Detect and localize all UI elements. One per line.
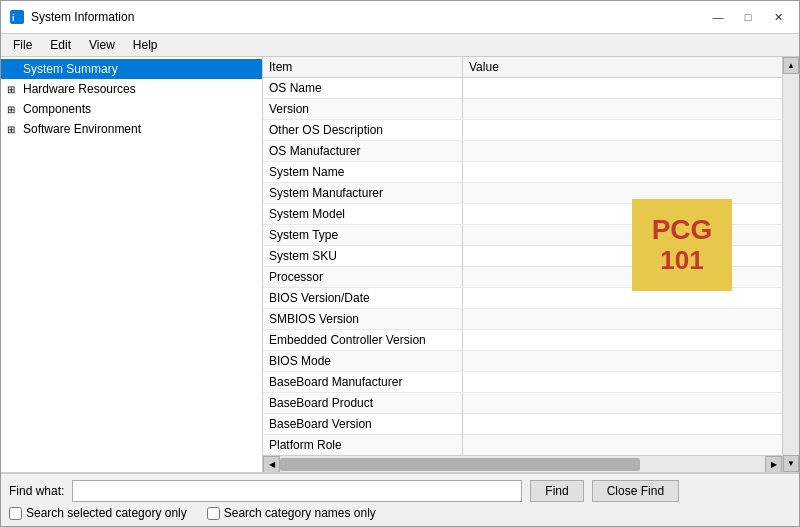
menu-edit[interactable]: Edit xyxy=(42,36,79,54)
row-value xyxy=(463,372,782,392)
row-item: Embedded Controller Version xyxy=(263,330,463,350)
row-value xyxy=(463,246,782,266)
h-scroll-left[interactable]: ◀ xyxy=(263,456,280,473)
row-item: OS Name xyxy=(263,78,463,98)
row-item: System Manufacturer xyxy=(263,183,463,203)
table-row: System Name xyxy=(263,162,782,183)
row-value xyxy=(463,183,782,203)
watermark-line2: 101 xyxy=(660,246,703,275)
table-row: SMBIOS Version xyxy=(263,309,782,330)
close-button[interactable]: ✕ xyxy=(765,7,791,27)
table-row: System Model PCG 101 xyxy=(263,204,782,225)
table-row: OS Name xyxy=(263,78,782,99)
row-value: PCG 101 xyxy=(463,204,782,224)
row-value xyxy=(463,330,782,350)
row-item: System Name xyxy=(263,162,463,182)
find-bar: Find what: Find Close Find Search select… xyxy=(1,472,799,526)
find-button[interactable]: Find xyxy=(530,480,583,502)
table-row: BIOS Version/Date xyxy=(263,288,782,309)
row-item: BIOS Mode xyxy=(263,351,463,371)
table-row: BaseBoard Product xyxy=(263,393,782,414)
row-item: SMBIOS Version xyxy=(263,309,463,329)
row-value xyxy=(463,414,782,434)
check-label-names: Search category names only xyxy=(224,506,376,520)
check-category-names: Search category names only xyxy=(207,506,376,520)
watermark: PCG 101 xyxy=(632,199,732,291)
v-scroll-down[interactable]: ▼ xyxy=(783,455,799,472)
main-window: i System Information — □ ✕ File Edit Vie… xyxy=(0,0,800,527)
row-value xyxy=(463,267,782,287)
h-scroll-right[interactable]: ▶ xyxy=(765,456,782,473)
content-area: Item Value OS Name Version xyxy=(263,57,782,472)
row-value xyxy=(463,78,782,98)
row-value xyxy=(463,435,782,455)
sidebar-item-software-environment[interactable]: ⊞ Software Environment xyxy=(1,119,262,139)
row-value xyxy=(463,141,782,161)
sidebar-label-hardware: Hardware Resources xyxy=(23,82,136,96)
row-item: Processor xyxy=(263,267,463,287)
menu-view[interactable]: View xyxy=(81,36,123,54)
row-item: Version xyxy=(263,99,463,119)
table-row: BaseBoard Manufacturer xyxy=(263,372,782,393)
sidebar-item-components[interactable]: ⊞ Components xyxy=(1,99,262,119)
rows-container: OS Name Version Other OS Description xyxy=(263,78,782,455)
header-item: Item xyxy=(263,57,463,77)
minimize-button[interactable]: — xyxy=(705,7,731,27)
checkbox-category-names[interactable] xyxy=(207,507,220,520)
title-bar-left: i System Information xyxy=(9,9,134,25)
title-controls: — □ ✕ xyxy=(705,7,791,27)
menu-help[interactable]: Help xyxy=(125,36,166,54)
expand-icon-software: ⊞ xyxy=(7,124,19,135)
maximize-button[interactable]: □ xyxy=(735,7,761,27)
row-item: BaseBoard Version xyxy=(263,414,463,434)
table-row: BIOS Mode xyxy=(263,351,782,372)
h-scroll-thumb xyxy=(280,458,640,471)
title-bar: i System Information — □ ✕ xyxy=(1,1,799,34)
check-row: Search selected category only Search cat… xyxy=(9,506,791,520)
row-value xyxy=(463,225,782,245)
sidebar-item-system-summary[interactable]: System Summary xyxy=(1,59,262,79)
row-item: Platform Role xyxy=(263,435,463,455)
table-row: Platform Role xyxy=(263,435,782,455)
table-row: Other OS Description xyxy=(263,120,782,141)
watermark-line1: PCG xyxy=(652,215,713,246)
v-scroll-up[interactable]: ▲ xyxy=(783,57,799,74)
close-find-button[interactable]: Close Find xyxy=(592,480,679,502)
window-title: System Information xyxy=(31,10,134,24)
find-label: Find what: xyxy=(9,484,64,498)
row-value xyxy=(463,99,782,119)
table-row: Embedded Controller Version xyxy=(263,330,782,351)
row-value xyxy=(463,120,782,140)
v-scroll-track[interactable] xyxy=(783,74,799,455)
sidebar-item-hardware-resources[interactable]: ⊞ Hardware Resources xyxy=(1,79,262,99)
row-item: BaseBoard Manufacturer xyxy=(263,372,463,392)
header-value: Value xyxy=(463,57,782,77)
row-value xyxy=(463,351,782,371)
row-item: System Type xyxy=(263,225,463,245)
checkbox-selected-category[interactable] xyxy=(9,507,22,520)
sidebar-label-system-summary: System Summary xyxy=(23,62,118,76)
horizontal-scrollbar[interactable]: ◀ ▶ xyxy=(263,455,782,472)
row-item: BaseBoard Product xyxy=(263,393,463,413)
menu-bar: File Edit View Help xyxy=(1,34,799,57)
h-scroll-track[interactable] xyxy=(280,456,765,472)
row-item: OS Manufacturer xyxy=(263,141,463,161)
find-input[interactable] xyxy=(72,480,522,502)
sidebar: System Summary ⊞ Hardware Resources ⊞ Co… xyxy=(1,57,263,472)
sidebar-label-components: Components xyxy=(23,102,91,116)
expand-icon-components: ⊞ xyxy=(7,104,19,115)
row-item: System SKU xyxy=(263,246,463,266)
row-item: Other OS Description xyxy=(263,120,463,140)
menu-file[interactable]: File xyxy=(5,36,40,54)
check-selected-category: Search selected category only xyxy=(9,506,187,520)
expand-icon-hardware: ⊞ xyxy=(7,84,19,95)
row-value xyxy=(463,162,782,182)
row-value xyxy=(463,288,782,308)
row-value xyxy=(463,309,782,329)
table-row: Version xyxy=(263,99,782,120)
table-row: OS Manufacturer xyxy=(263,141,782,162)
right-panel: Item Value OS Name Version xyxy=(263,57,799,472)
content-table[interactable]: Item Value OS Name Version xyxy=(263,57,782,455)
check-label-selected: Search selected category only xyxy=(26,506,187,520)
vertical-scrollbar[interactable]: ▲ ▼ xyxy=(782,57,799,472)
